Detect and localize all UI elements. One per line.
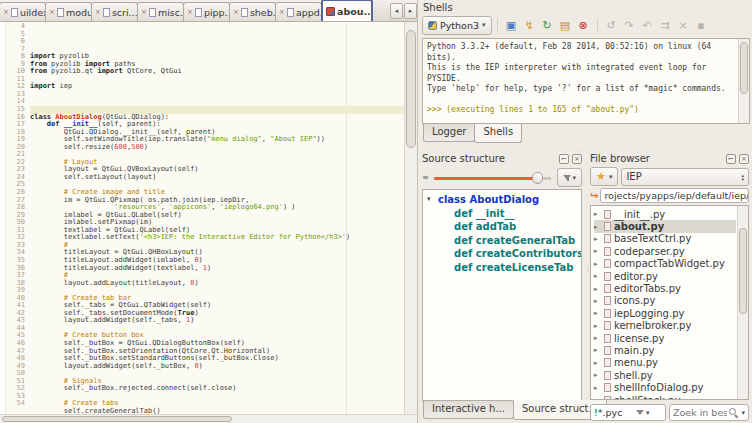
file-row[interactable]: ▸baseTextCtrl.py <box>594 233 736 245</box>
slider-handle[interactable] <box>532 172 543 184</box>
dock-tab-interactive-h[interactable]: Interactive h... <box>423 401 514 419</box>
code-editor[interactable]: 4567891011121314151617181920212223242526… <box>0 22 417 414</box>
code-line[interactable]: textlabel.setText('<h3>IEP: the Interact… <box>30 234 404 242</box>
file-row[interactable]: ▸compactTabWidget.py <box>594 258 736 270</box>
file-row[interactable]: ▸license.py <box>594 332 736 344</box>
file-row[interactable]: ▸__init__.py <box>594 208 736 220</box>
expand-arrow-icon[interactable]: ▸ <box>594 223 601 231</box>
source-structure-item[interactable]: def createContributors... <box>423 247 581 261</box>
scrollbar-thumb[interactable] <box>740 42 748 94</box>
dock-tab-shells[interactable]: Shells <box>474 123 522 143</box>
structure-filter-button[interactable]: ▾ <box>557 168 582 187</box>
shell-scrollbar[interactable] <box>738 39 749 123</box>
close-tab-icon[interactable]: × <box>187 9 193 16</box>
expand-arrow-icon[interactable]: ▸ <box>594 322 601 330</box>
shell-output[interactable]: Python 3.3.2+ (default, Feb 28 2014, 00:… <box>422 38 750 124</box>
code-line[interactable] <box>30 91 404 99</box>
close-tab-icon[interactable]: × <box>279 9 285 16</box>
close-tab-icon[interactable]: × <box>3 9 9 16</box>
source-structure-class-item[interactable]: ▾ class AboutDialog <box>423 193 581 207</box>
file-row[interactable]: ▸kernelbroker.py <box>594 320 736 332</box>
code-text-area[interactable]: import pyzolibfrom pyzolib import pathsf… <box>30 22 404 414</box>
code-line[interactable]: from pyzolib.qt import QtCore, QtGui <box>30 68 404 76</box>
file-row[interactable]: ▸menu.py <box>594 357 736 369</box>
editor-horizontal-scrollbar[interactable] <box>0 414 417 423</box>
editor-tab-uildexe[interactable]: ×uildexe... <box>0 2 46 21</box>
file-row[interactable]: ▸icons.py <box>594 295 736 307</box>
file-row[interactable]: ▸iepLogging.py <box>594 307 736 319</box>
dock-tab-logger[interactable]: Logger <box>423 124 475 142</box>
code-line[interactable]: layout.addLayout(titleLayout, 0) <box>30 280 404 288</box>
editor-tab-modu[interactable]: ×modu... <box>45 2 92 21</box>
file-row[interactable]: ▸codeparser.py <box>594 245 736 257</box>
search-in-files[interactable]: ▾ <box>669 404 749 421</box>
expand-arrow-icon[interactable]: ▸ <box>594 309 601 317</box>
code-line[interactable]: self._butBox.rejected.connect(self.close… <box>30 385 404 393</box>
float-panel-icon[interactable]: ⌐ <box>559 154 569 164</box>
interrupt-shell-icon[interactable]: ↯ <box>521 17 538 34</box>
clear-screen-icon[interactable]: ▤ <box>557 17 574 34</box>
edit-shell-config-icon[interactable]: ▣ <box>503 17 520 34</box>
expand-arrow-icon[interactable]: ▸ <box>594 272 601 280</box>
filename-filter[interactable]: ▾ <box>590 404 666 421</box>
scroll-tabs-right-icon[interactable]: ▸ <box>404 3 417 19</box>
expand-arrow-icon[interactable]: ▸ <box>594 359 601 367</box>
file-row[interactable]: ▸shellStack.py <box>594 394 736 400</box>
expand-arrow-icon[interactable]: ▸ <box>594 247 601 255</box>
expand-arrow-icon[interactable]: ▸ <box>594 285 601 293</box>
close-tab-icon[interactable]: × <box>95 9 101 16</box>
editor-tab-abou[interactable]: abou... <box>321 0 373 21</box>
source-structure-item[interactable]: def addTab <box>423 220 581 234</box>
search-in-files-input[interactable] <box>673 407 727 418</box>
go-to-directory-icon[interactable]: ↪ <box>590 191 598 201</box>
editor-tab-misc[interactable]: ×misc... <box>137 2 184 21</box>
expand-arrow-icon[interactable]: ▸ <box>594 346 601 354</box>
code-line[interactable] <box>30 76 404 84</box>
file-row[interactable]: ▸editorTabs.py <box>594 282 736 294</box>
expand-arrow-icon[interactable]: ▸ <box>594 334 601 342</box>
file-row[interactable]: ▸main.py <box>594 344 736 356</box>
close-panel-icon[interactable]: × <box>739 154 749 164</box>
structure-depth-slider[interactable] <box>434 171 553 185</box>
code-line[interactable]: import iep <box>30 83 404 91</box>
expand-arrow-icon[interactable]: ▸ <box>594 384 601 392</box>
source-structure-item[interactable]: def createGeneralTab <box>423 234 581 248</box>
expand-arrow-icon[interactable]: ▸ <box>594 396 601 400</box>
code-line[interactable]: titleLayout.addWidget(textlabel, 1) <box>30 265 404 273</box>
editor-tab-appd[interactable]: ×appd... <box>275 2 322 21</box>
code-line[interactable]: self.createGeneralTab() <box>30 408 404 414</box>
scrollbar-thumb[interactable] <box>2 416 232 422</box>
scrollbar-thumb[interactable] <box>406 30 416 148</box>
file-row[interactable]: ▸about.py <box>594 220 736 232</box>
close-panel-icon[interactable]: × <box>572 154 582 164</box>
code-line[interactable]: layout.addWidget(self._butBox, 0) <box>30 363 404 371</box>
editor-tab-pipp[interactable]: ×pipp... <box>183 2 230 21</box>
source-structure-item[interactable]: def __init__ <box>423 207 581 221</box>
file-row[interactable]: ▸editor.py <box>594 270 736 282</box>
expand-arrow-icon[interactable]: ▸ <box>594 297 601 305</box>
code-line[interactable]: self.setLayout(layout) <box>30 174 404 182</box>
expand-arrow-icon[interactable]: ▸ <box>594 371 601 379</box>
shell-selector-button[interactable]: Python3 ▾ <box>422 16 492 35</box>
expand-arrow-icon[interactable]: ▸ <box>594 210 601 218</box>
file-row[interactable]: ▸shellInfoDialog.py <box>594 381 736 393</box>
scrollbar-thumb[interactable] <box>739 228 747 314</box>
file-row[interactable]: ▸shell.py <box>594 369 736 381</box>
file-list-scrollbar[interactable] <box>737 206 748 399</box>
restart-shell-icon[interactable]: ↻ <box>539 17 556 34</box>
code-line[interactable]: self.resize(600,500) <box>30 144 404 152</box>
close-tab-icon[interactable]: × <box>141 9 147 16</box>
path-field[interactable]: rojects/pyapps/iep/default/iep/iepcore <box>600 188 749 203</box>
scroll-tabs-left-icon[interactable]: ◂ <box>390 3 403 19</box>
expand-arrow-icon[interactable]: ▸ <box>594 260 601 268</box>
code-line[interactable] <box>30 98 404 106</box>
code-line[interactable]: layout.addWidget(self._tabs, 1) <box>30 317 404 325</box>
editor-tab-scri[interactable]: ×scri... <box>91 2 138 21</box>
close-tab-icon[interactable]: × <box>233 9 239 16</box>
close-tab-icon[interactable]: × <box>49 9 55 16</box>
collapse-arrow-icon[interactable]: ▾ <box>427 193 431 207</box>
terminate-shell-icon[interactable]: ⊗ <box>575 17 592 34</box>
filename-filter-input[interactable] <box>594 407 634 418</box>
editor-tab-sheb[interactable]: ×sheb... <box>229 2 276 21</box>
project-select[interactable]: IEP ▴▾ <box>621 168 749 186</box>
